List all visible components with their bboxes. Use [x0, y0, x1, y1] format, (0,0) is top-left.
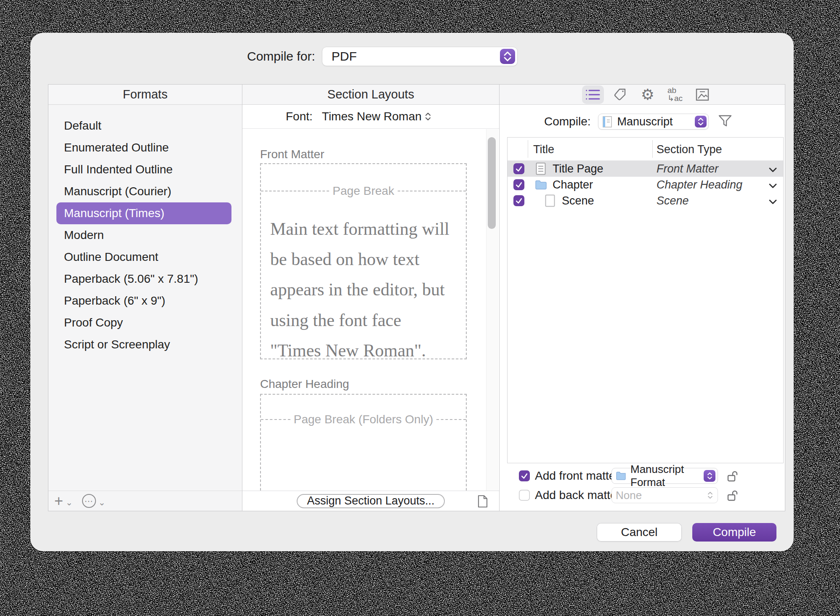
- front-matter-dropdown[interactable]: Manuscript Format: [611, 468, 718, 484]
- format-list-item[interactable]: Proof Copy: [56, 312, 231, 334]
- binder-rows: Title Page Front Matter Chapter Chapter …: [508, 161, 783, 209]
- format-list-item[interactable]: Enumerated Outline: [56, 137, 231, 159]
- preview-scrollbar-track[interactable]: [486, 129, 498, 491]
- row-title: Title Page: [553, 162, 603, 175]
- format-label: Script or Screenplay: [64, 338, 170, 351]
- column-divider: [528, 140, 528, 158]
- compile-group-value: Manuscript: [617, 115, 690, 128]
- dialog-footer: Cancel Compile: [30, 511, 794, 551]
- contents-list-icon[interactable]: [582, 85, 604, 104]
- format-label: Paperback (5.06" x 7.81"): [64, 272, 198, 286]
- format-list-item[interactable]: Full Indented Outline: [56, 159, 231, 181]
- format-label: Manuscript (Times): [64, 207, 165, 220]
- format-list-item[interactable]: Modern: [56, 224, 231, 246]
- replacements-icon[interactable]: ab↳ac: [664, 85, 686, 104]
- more-options-icon[interactable]: ⋯: [82, 494, 96, 508]
- chevron-down-icon[interactable]: ⌄: [98, 497, 106, 507]
- page-settings-icon[interactable]: [477, 495, 488, 510]
- row-checkbox[interactable]: [513, 179, 524, 190]
- format-label: Modern: [64, 228, 104, 242]
- add-front-matter-label: Add front matter:: [535, 469, 623, 483]
- binder-row[interactable]: Title Page Front Matter: [508, 161, 783, 177]
- cancel-button[interactable]: Cancel: [597, 523, 682, 542]
- format-label: Default: [64, 119, 101, 133]
- page-break-divider: Page Break: [261, 184, 466, 198]
- formats-panel: Formats Default Enumerated Outline Full …: [48, 85, 242, 511]
- compile-group-dropdown[interactable]: Manuscript: [598, 114, 709, 130]
- assign-row: Assign Section Layouts...: [242, 491, 499, 511]
- compile-for-row: Compile for: PDF: [247, 47, 518, 66]
- unlock-icon[interactable]: [727, 470, 739, 483]
- stepper-icon: [707, 492, 713, 499]
- stepper-icon: [695, 116, 707, 127]
- chevron-down-icon[interactable]: [769, 199, 777, 206]
- add-back-matter-checkbox[interactable]: [519, 490, 530, 501]
- artwork-icon[interactable]: [691, 85, 713, 104]
- format-list-item[interactable]: Outline Document: [56, 246, 231, 268]
- add-front-matter-checkbox[interactable]: [519, 470, 530, 481]
- section-layouts-header: Section Layouts: [242, 85, 499, 105]
- row-title: Scene: [562, 194, 594, 207]
- font-value: Times New Roman: [322, 110, 422, 123]
- row-section-type: Front Matter: [657, 162, 718, 175]
- format-list-item[interactable]: Manuscript (Courier): [56, 181, 231, 202]
- compile-settings-panel: ⚙ ab↳ac Compile: Manuscript: [500, 85, 785, 511]
- compile-label: Compile:: [544, 115, 590, 128]
- compile-button[interactable]: Compile: [692, 523, 776, 542]
- binder-row[interactable]: Scene Scene: [508, 193, 783, 209]
- binder-table: Title Section Type Title Page Front Matt…: [507, 137, 784, 463]
- folder-icon: [616, 471, 626, 481]
- front-matter-preview-box: Page Break Main text formatting will be …: [260, 163, 467, 359]
- compile-format-dropdown[interactable]: PDF: [322, 47, 518, 66]
- manuscript-icon: [603, 116, 612, 127]
- format-list-item[interactable]: Manuscript (Times): [56, 202, 231, 224]
- format-list-item[interactable]: Default: [56, 115, 231, 137]
- font-label: Font:: [286, 110, 313, 123]
- panel-block: Formats Default Enumerated Outline Full …: [48, 84, 785, 511]
- format-label: Paperback (6" x 9"): [64, 294, 165, 308]
- add-back-matter-row: Add back matter: None: [513, 486, 624, 504]
- chevron-down-icon[interactable]: ⌄: [66, 497, 73, 507]
- add-back-matter-label: Add back matter:: [535, 489, 624, 502]
- column-divider: [652, 140, 653, 158]
- assign-section-layouts-button[interactable]: Assign Section Layouts...: [297, 494, 444, 508]
- page-break-folders-divider: Page Break (Folders Only): [261, 413, 466, 426]
- filter-icon[interactable]: [718, 114, 732, 129]
- binder-row[interactable]: Chapter Chapter Heading: [508, 177, 783, 193]
- format-list-item[interactable]: Paperback (5.06" x 7.81"): [56, 268, 231, 290]
- tag-icon[interactable]: [609, 85, 631, 104]
- preview-sample-text: Main text formatting will be based on ho…: [261, 198, 466, 366]
- row-section-type: Scene: [657, 194, 689, 207]
- back-matter-dropdown: None: [611, 487, 718, 503]
- row-checkbox[interactable]: [513, 195, 524, 206]
- compile-dialog: Compile for: PDF Formats Default Enumera…: [30, 33, 794, 551]
- format-label: Enumerated Outline: [64, 141, 169, 154]
- row-checkbox[interactable]: [513, 163, 524, 174]
- compile-target-row: Compile: Manuscript: [500, 108, 785, 135]
- section-layouts-panel: Section Layouts Font: Times New Roman Fr…: [242, 85, 500, 511]
- chevron-down-icon[interactable]: [769, 167, 777, 174]
- row-section-type: Chapter Heading: [657, 178, 742, 191]
- front-matter-label: Front Matter: [260, 148, 324, 161]
- format-list-item[interactable]: Paperback (6" x 9"): [56, 290, 231, 312]
- format-label: Outline Document: [64, 250, 158, 264]
- screen: Compile for: PDF Formats Default Enumera…: [0, 0, 840, 616]
- front-matter-value: Manuscript Format: [630, 463, 699, 489]
- unlock-icon[interactable]: [727, 489, 739, 503]
- row-title: Chapter: [553, 178, 593, 191]
- stepper-icon: [704, 470, 715, 482]
- compile-for-label: Compile for:: [247, 49, 315, 64]
- layout-preview-area[interactable]: Front Matter Page Break Main text format…: [242, 129, 499, 491]
- add-front-matter-row: Add front matter: Manuscript Format: [513, 467, 623, 485]
- back-matter-value: None: [616, 489, 703, 502]
- binder-table-header: Title Section Type: [508, 138, 783, 161]
- font-dropdown[interactable]: Times New Roman: [322, 110, 433, 123]
- compile-toolbar: ⚙ ab↳ac: [500, 85, 785, 105]
- chevron-down-icon[interactable]: [769, 183, 777, 190]
- preview-scrollbar-thumb[interactable]: [488, 137, 496, 229]
- gear-icon[interactable]: ⚙: [637, 85, 659, 104]
- title-column-header: Title: [533, 143, 554, 156]
- add-format-icon[interactable]: +: [54, 494, 63, 509]
- format-list-item[interactable]: Script or Screenplay: [56, 334, 231, 356]
- chapter-heading-label: Chapter Heading: [260, 377, 349, 391]
